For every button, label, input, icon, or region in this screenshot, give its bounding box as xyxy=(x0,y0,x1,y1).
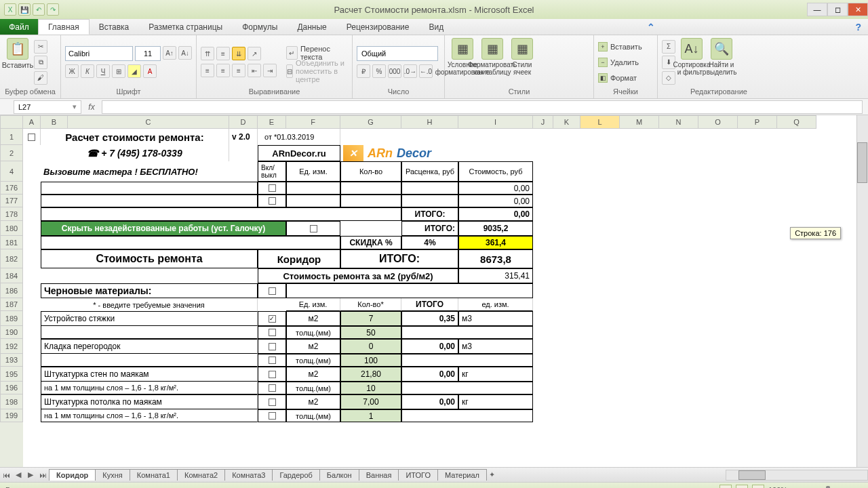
align-right-icon[interactable]: ≡ xyxy=(232,64,245,77)
cell[interactable]: толщ.(мм) xyxy=(286,382,340,394)
font-color-icon[interactable]: A xyxy=(143,64,157,78)
row-header-2[interactable]: 2 xyxy=(0,145,23,161)
cell[interactable] xyxy=(41,326,258,339)
row-header-195[interactable]: 195 xyxy=(0,367,23,382)
cell[interactable]: v 2.0 xyxy=(229,129,258,145)
zoom-in-icon[interactable]: + xyxy=(859,486,863,489)
grow-font-icon[interactable]: A↑ xyxy=(163,46,176,60)
cell[interactable]: на 1 мм толщины слоя – 1,6 - 1,8 кг/м². xyxy=(41,382,258,394)
cells-grid[interactable]: Расчет стоимости ремонта:v 2.0от *01.03.… xyxy=(23,129,856,467)
row-header-193[interactable]: 193 xyxy=(0,354,23,367)
cell[interactable]: ИТОГО: xyxy=(401,221,458,236)
cell[interactable] xyxy=(401,382,533,394)
cell[interactable]: Стоимость ремонта xyxy=(41,249,258,268)
sheet-tab-ИТОГО[interactable]: ИТОГО xyxy=(398,469,438,481)
cell[interactable] xyxy=(258,182,286,195)
tab-nav-prev-icon[interactable]: ◀ xyxy=(12,469,24,481)
col-header-M[interactable]: M xyxy=(620,115,659,129)
save-icon[interactable]: 💾 xyxy=(18,3,31,16)
cell[interactable] xyxy=(258,326,286,339)
tab-home[interactable]: Главная xyxy=(38,19,90,35)
tab-formulas[interactable]: Формулы xyxy=(233,19,288,35)
cell[interactable]: 0 xyxy=(340,339,401,354)
cell[interactable]: ✕ARnDecor xyxy=(340,145,533,161)
horizontal-scrollbar[interactable] xyxy=(726,470,868,481)
col-header-J[interactable]: J xyxy=(533,115,553,129)
view-pagelayout-icon[interactable] xyxy=(736,485,748,489)
cell[interactable]: 21,80 xyxy=(340,367,401,382)
view-normal-icon[interactable] xyxy=(719,485,732,489)
cell[interactable]: м2 xyxy=(286,367,340,382)
maximize-button[interactable]: ◻ xyxy=(827,3,848,16)
col-header-D[interactable]: D xyxy=(229,115,258,129)
cell[interactable]: 0,35 xyxy=(401,311,458,326)
col-header-P[interactable]: P xyxy=(738,115,777,129)
col-header-I[interactable]: I xyxy=(458,115,533,129)
cell[interactable] xyxy=(401,354,533,367)
formula-input[interactable] xyxy=(102,100,863,114)
redo-icon[interactable]: ↷ xyxy=(47,3,59,16)
cell[interactable]: 7,00 xyxy=(340,394,401,409)
cell[interactable]: Ед. изм. xyxy=(286,161,340,182)
row-header-190[interactable]: 190 xyxy=(0,326,23,339)
cell[interactable]: м2 xyxy=(286,394,340,409)
indent-dec-icon[interactable]: ⇤ xyxy=(248,64,261,77)
cell[interactable] xyxy=(286,283,533,298)
cell[interactable] xyxy=(41,354,258,367)
cell[interactable] xyxy=(258,394,286,409)
cell[interactable]: 4% xyxy=(401,236,458,249)
cell[interactable] xyxy=(401,182,458,195)
cell[interactable]: 8673,8 xyxy=(458,249,533,268)
cell[interactable]: 0,00 xyxy=(458,182,533,195)
cell[interactable] xyxy=(41,207,401,221)
close-button[interactable]: ✕ xyxy=(848,3,868,16)
find-select-button[interactable]: 🔍Найти и выделить xyxy=(708,38,735,86)
col-header-N[interactable]: N xyxy=(659,115,698,129)
sheet-tab-Комната3[interactable]: Комната3 xyxy=(224,469,273,481)
cell[interactable] xyxy=(258,283,286,298)
sheet-tab-Балкон[interactable]: Балкон xyxy=(319,469,359,481)
cell[interactable] xyxy=(401,409,533,422)
cell[interactable]: Кол-во xyxy=(340,161,401,182)
undo-icon[interactable]: ↶ xyxy=(33,3,45,16)
zoom-thumb[interactable] xyxy=(826,486,830,489)
cell[interactable]: Расчет стоимости ремонта: xyxy=(41,129,229,145)
comma-icon[interactable]: 000 xyxy=(388,64,401,78)
align-middle-icon[interactable]: ≡ xyxy=(216,47,230,60)
cut-icon[interactable]: ✂ xyxy=(34,40,47,54)
help-icon[interactable]: ? xyxy=(848,19,868,35)
row-header-4[interactable]: 4 xyxy=(0,161,23,182)
col-header-F[interactable]: F xyxy=(286,115,340,129)
cell[interactable]: Кладка перегородок xyxy=(41,339,258,354)
row-header-192[interactable]: 192 xyxy=(0,339,23,354)
row-header-176[interactable]: 176 xyxy=(0,182,23,195)
minimize-button[interactable]: — xyxy=(807,3,827,16)
row-header-1[interactable]: 1 xyxy=(0,129,23,145)
col-header-K[interactable]: K xyxy=(553,115,580,129)
row-header-181[interactable]: 181 xyxy=(0,236,23,249)
tab-review[interactable]: Рецензирование xyxy=(337,19,420,35)
select-all-corner[interactable] xyxy=(0,115,23,129)
align-center-icon[interactable]: ≡ xyxy=(216,64,230,77)
cell[interactable]: от *01.03.2019 xyxy=(258,129,340,145)
row-header-182[interactable]: 182 xyxy=(0,249,23,268)
shrink-font-icon[interactable]: A↓ xyxy=(178,46,192,60)
merge-button[interactable]: ⊟Объединить и поместить в центре xyxy=(283,64,348,79)
sheet-tab-Комната2[interactable]: Комната2 xyxy=(177,469,225,481)
cell[interactable]: Вызовите мастера ! БЕСПЛАТНО! xyxy=(41,161,258,182)
cell[interactable]: 50 xyxy=(340,326,401,339)
cell[interactable] xyxy=(23,129,41,145)
align-left-icon[interactable]: ≡ xyxy=(201,64,214,77)
cell[interactable]: Ед. изм. xyxy=(286,298,340,311)
tab-insert[interactable]: Вставка xyxy=(90,19,140,35)
cell[interactable]: Вкл/выкл xyxy=(258,161,286,182)
format-table-button[interactable]: ▦Форматировать как таблицу xyxy=(479,38,506,86)
cell[interactable]: м2 xyxy=(286,339,340,354)
cell[interactable]: кг xyxy=(458,394,533,409)
cell[interactable] xyxy=(340,195,401,207)
minimize-ribbon-icon[interactable]: ⌃ xyxy=(640,19,662,35)
cell[interactable]: толщ.(мм) xyxy=(286,354,340,367)
wrap-text-button[interactable]: ↵Перенос текста xyxy=(283,45,348,60)
cell[interactable]: СКИДКА % xyxy=(340,236,401,249)
sort-filter-button[interactable]: A↓Сортировка и фильтр xyxy=(678,38,705,86)
